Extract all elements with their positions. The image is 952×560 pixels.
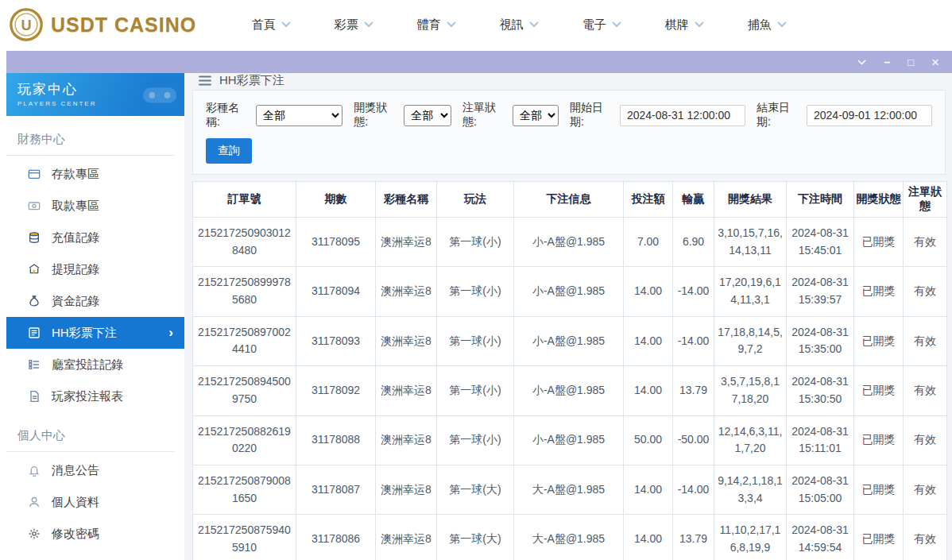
nav-item-slots[interactable]: 電子 [560, 17, 643, 33]
bank-icon [27, 263, 41, 276]
user-icon [27, 496, 41, 508]
hamburger-icon[interactable] [199, 75, 211, 86]
list-icon [27, 358, 41, 371]
nav-item-fishing[interactable]: 捕魚 [726, 17, 808, 33]
table-cell: 第一球(小) [437, 415, 514, 465]
sidebar-item-funds-record[interactable]: 資金記錄 [6, 285, 184, 317]
sidebar-item-hh-lottery-bets[interactable]: HH彩票下注 [6, 317, 184, 349]
table-row[interactable]: 215217250882619022031178088澳洲幸运8第一球(小)小-… [193, 415, 947, 465]
sidebar-item-withdraw[interactable]: 取款專區 [6, 190, 184, 222]
column-header: 玩法 [437, 182, 514, 218]
column-header: 投注額 [624, 182, 673, 218]
table-cell: 31178086 [296, 515, 376, 560]
table-cell: 12,14,6,3,11,1,7,20 [714, 415, 787, 465]
table-cell: 13.79 [673, 366, 714, 415]
table-cell: 澳洲幸运8 [376, 515, 437, 560]
table-cell: 13.79 [673, 515, 714, 560]
sidebar-item-profile[interactable]: 個人資料 [6, 486, 184, 518]
table-cell: 小-A盤@1.985 [514, 316, 624, 365]
page-title: HH彩票下注 [219, 73, 284, 88]
table-cell: 17,18,8,14,5,9,7,2 [714, 316, 787, 365]
table-cell: 2152172508826190220 [193, 415, 296, 465]
table-row[interactable]: 215217250875940591031178086澳洲幸运8第一球(大)大-… [193, 515, 947, 560]
section-title-personal: 個人中心 [6, 412, 175, 452]
start-date-input[interactable] [620, 105, 745, 126]
sidebar-item-withdraw-record[interactable]: 提現記錄 [6, 253, 184, 285]
order-status-label: 注單狀態: [462, 101, 506, 129]
collapse-icon[interactable] [857, 60, 866, 65]
nav-item-lottery[interactable]: 彩票 [312, 17, 395, 33]
chevron-down-icon [695, 21, 704, 28]
lottery-name-select[interactable]: 全部 [256, 105, 342, 126]
table-cell: 澳洲幸运8 [376, 415, 437, 465]
table-cell: 大-A盤@1.985 [514, 515, 624, 560]
table-cell: 第一球(小) [437, 218, 514, 267]
column-header: 期數 [296, 182, 376, 218]
sidebar-item-change-password[interactable]: 修改密碼 [6, 518, 184, 550]
sidebar-item-hall-bet-record[interactable]: 廳室投註記錄 [6, 349, 184, 380]
table-cell: 14.00 [624, 366, 673, 415]
table-cell: 2024-08-31 14:59:54 [787, 515, 854, 560]
order-status-select[interactable]: 全部 [513, 105, 559, 126]
column-header: 訂單號 [193, 182, 296, 218]
table-row[interactable]: 215217250899978568031178094澳洲幸运8第一球(小)小-… [193, 267, 947, 316]
coins-icon [27, 231, 41, 244]
chevron-down-icon [364, 21, 373, 28]
table-cell: 11,10,2,17,16,8,19,9 [714, 515, 787, 560]
table-row[interactable]: 215217250897002441031178093澳洲幸运8第一球(小)小-… [193, 316, 947, 365]
table-row[interactable]: 215217250894500975031178092澳洲幸运8第一球(小)小-… [193, 366, 947, 415]
sidebar-item-deposit[interactable]: 存款專區 [6, 158, 184, 190]
nav-item-video[interactable]: 視訊 [478, 17, 560, 33]
table-cell: 14.00 [624, 267, 673, 316]
table-cell: 31178094 [296, 267, 376, 316]
draw-status-select[interactable]: 全部 [404, 105, 451, 126]
sidebar: 玩家中心 PLAYERS CENTER 財務中心 存款專區 取款專區 [6, 73, 184, 560]
table-cell: 小-A盤@1.985 [514, 366, 624, 415]
table-cell: 有效 [904, 267, 947, 316]
close-icon[interactable] [931, 56, 939, 69]
table-cell: 第一球(小) [437, 267, 514, 316]
end-date-label: 結束日期: [757, 101, 800, 129]
table-cell: 第一球(大) [437, 515, 514, 560]
minimize-icon[interactable] [884, 56, 890, 68]
table-cell: 澳洲幸运8 [376, 267, 437, 316]
section-title-finance: 財務中心 [6, 116, 175, 156]
table-cell: 澳洲幸运8 [376, 465, 437, 514]
filter-panel: 彩種名稱: 全部 開獎狀態: 全部 注單狀態: 全部 開始日期: 結束日期: 查… [192, 90, 946, 175]
lottery-list-icon [27, 326, 41, 339]
table-cell: 50.00 [624, 415, 673, 465]
coin-logo-icon: U [8, 6, 45, 43]
table-cell: 有效 [904, 316, 947, 365]
table-cell: 2152172508999785680 [193, 267, 296, 316]
table-cell: 2024-08-31 15:30:50 [787, 366, 854, 415]
table-cell: 小-A盤@1.985 [514, 218, 624, 267]
sidebar-item-player-bet-report[interactable]: 玩家投注報表 [6, 380, 184, 412]
chevron-down-icon [777, 21, 787, 28]
nav-item-home[interactable]: 首頁 [230, 17, 312, 33]
site-logo[interactable]: U USDT CASINO [8, 6, 196, 43]
column-header: 下注信息 [514, 182, 624, 218]
table-row[interactable]: 215217250879008165031178087澳洲幸运8第一球(大)大-… [193, 465, 947, 514]
table-cell: 已開獎 [854, 267, 904, 316]
table-cell: 有效 [904, 465, 947, 514]
table-cell: 31178088 [296, 415, 376, 465]
sidebar-item-announcements[interactable]: 消息公告 [6, 454, 184, 486]
player-center-window: 玩家中心 PLAYERS CENTER 財務中心 存款專區 取款專區 [6, 51, 952, 560]
table-cell: 17,20,19,6,14,11,3,1 [714, 267, 787, 316]
table-cell: 31178093 [296, 316, 376, 365]
table-cell: 小-A盤@1.985 [514, 415, 624, 465]
table-cell: 2024-08-31 15:35:00 [787, 316, 854, 365]
table-cell: 2024-08-31 15:39:57 [787, 267, 854, 316]
sidebar-item-recharge-record[interactable]: 充值記錄 [6, 222, 184, 253]
nav-item-sports[interactable]: 體育 [395, 17, 478, 33]
nav-item-cards[interactable]: 棋牌 [643, 17, 726, 33]
end-date-input[interactable] [807, 105, 932, 126]
search-button[interactable]: 查詢 [206, 138, 252, 164]
table-cell: -14.00 [673, 465, 714, 514]
chevron-down-icon [281, 21, 291, 28]
table-cell: 2152172508790081650 [193, 465, 296, 514]
start-date-label: 開始日期: [570, 101, 613, 129]
table-cell: 澳洲幸运8 [376, 366, 437, 415]
maximize-icon[interactable] [907, 57, 914, 68]
table-row[interactable]: 215217250903012848031178095澳洲幸运8第一球(小)小-… [193, 218, 947, 267]
